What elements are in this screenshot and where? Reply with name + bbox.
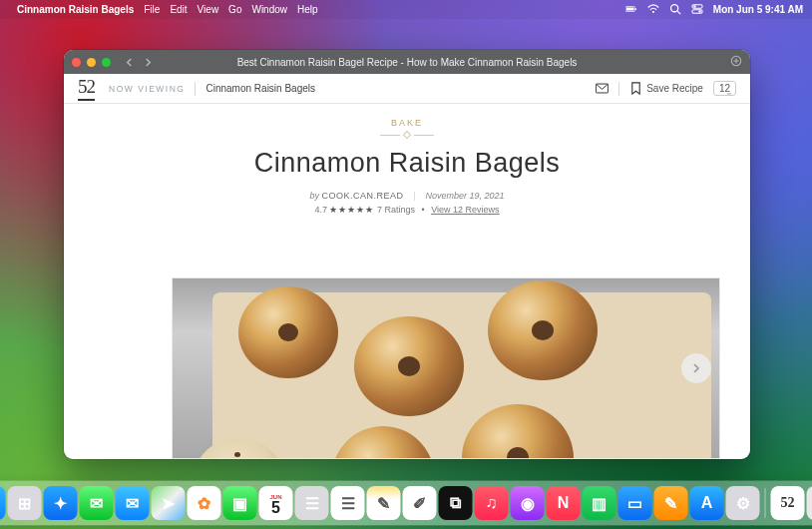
category-decoration: [64, 132, 750, 138]
svg-point-4: [670, 4, 677, 11]
chevron-right-icon: [691, 363, 701, 373]
menu-help[interactable]: Help: [297, 4, 318, 15]
titlebar: Best Cinnamon Raisin Bagel Recipe - How …: [64, 50, 750, 74]
notes-icon[interactable]: ✎: [367, 486, 401, 520]
header-divider: [618, 82, 619, 96]
trash-icon[interactable]: 🗑: [807, 486, 813, 520]
svg-point-9: [698, 10, 700, 12]
save-recipe-label: Save Recipe: [646, 83, 703, 94]
menu-window[interactable]: Window: [251, 4, 287, 15]
traffic-lights: [72, 58, 111, 67]
tv-icon[interactable]: ⧉: [439, 486, 473, 520]
menubar-app-name[interactable]: Cinnamon Raisin Bagels: [17, 4, 134, 15]
article-date: November 19, 2021: [426, 191, 505, 201]
comment-count[interactable]: 12: [713, 81, 736, 96]
podcasts-icon[interactable]: ◉: [511, 486, 545, 520]
maps-icon[interactable]: ➤: [152, 486, 186, 520]
wifi-icon[interactable]: [647, 3, 659, 17]
menubar-clock[interactable]: Mon Jun 5 9:41 AM: [713, 4, 803, 15]
numbers-icon[interactable]: ▥: [583, 486, 616, 520]
search-icon[interactable]: [669, 3, 681, 17]
hero-image: [172, 277, 720, 459]
by-label: by: [309, 191, 319, 201]
header-divider: [195, 82, 196, 96]
article: BAKE Cinnamon Raisin Bagels by COOK.CAN.…: [64, 104, 750, 459]
next-image-button[interactable]: [681, 353, 711, 383]
view-reviews-link[interactable]: View 12 Reviews: [431, 205, 499, 215]
finder-icon[interactable]: ☺: [0, 486, 6, 520]
rating-value: 4.7: [314, 205, 327, 215]
menu-file[interactable]: File: [144, 4, 160, 15]
bookmark-icon: [629, 82, 642, 95]
rating-bar: 4.7 ★★★★★ 7 Ratings • View 12 Reviews: [64, 205, 750, 215]
reminders-icon[interactable]: ☰: [331, 486, 365, 520]
menu-go[interactable]: Go: [228, 4, 241, 15]
window-title: Best Cinnamon Raisin Bagel Recipe - How …: [64, 57, 750, 68]
zoom-button[interactable]: [102, 58, 111, 67]
svg-point-3: [652, 10, 654, 12]
freeform-icon[interactable]: ✐: [403, 486, 437, 520]
news-icon[interactable]: N: [547, 486, 581, 520]
share-icon[interactable]: [730, 53, 742, 71]
mail-icon[interactable]: ✉: [116, 486, 150, 520]
minimize-button[interactable]: [87, 58, 96, 67]
article-title: Cinnamon Raisin Bagels: [64, 148, 750, 179]
back-button[interactable]: [125, 53, 134, 71]
facetime-icon[interactable]: ▣: [223, 486, 257, 520]
food52-icon[interactable]: 52: [771, 486, 805, 520]
save-recipe-button[interactable]: Save Recipe: [629, 82, 703, 95]
site-header-bar: 52 NOW VIEWING Cinnamon Raisin Bagels Sa…: [64, 74, 750, 104]
close-button[interactable]: [72, 58, 81, 67]
pages-icon[interactable]: ✎: [654, 486, 688, 520]
menubar: Cinnamon Raisin Bagels File Edit View Go…: [0, 0, 812, 19]
messages-icon[interactable]: ✉: [80, 486, 114, 520]
keynote-icon[interactable]: ▭: [618, 486, 652, 520]
dock: ☺⊞✦✉✉➤✿▣JUN5☰☰✎✐⧉♫◉N▥▭✎A⚙52🗑: [0, 481, 812, 525]
author-link[interactable]: COOK.CAN.READ: [321, 191, 403, 201]
settings-icon[interactable]: ⚙: [726, 486, 760, 520]
star-icons: ★★★★★: [329, 205, 374, 215]
ratings-count: 7 Ratings: [377, 205, 415, 215]
safari-icon[interactable]: ✦: [44, 486, 78, 520]
music-icon[interactable]: ♫: [475, 486, 509, 520]
menu-edit[interactable]: Edit: [170, 4, 187, 15]
calendar-icon[interactable]: JUN5: [259, 486, 293, 520]
breadcrumb[interactable]: Cinnamon Raisin Bagels: [205, 83, 315, 94]
svg-rect-2: [635, 8, 636, 10]
email-icon[interactable]: [596, 82, 609, 95]
app-window: Best Cinnamon Raisin Bagel Recipe - How …: [64, 50, 750, 459]
svg-rect-1: [626, 7, 634, 10]
photos-icon[interactable]: ✿: [188, 486, 221, 520]
article-category[interactable]: BAKE: [64, 118, 750, 128]
site-logo[interactable]: 52: [78, 76, 95, 101]
forward-button[interactable]: [144, 53, 153, 71]
contacts-icon[interactable]: ☰: [295, 486, 329, 520]
svg-line-5: [677, 11, 680, 14]
launchpad-icon[interactable]: ⊞: [8, 486, 42, 520]
appstore-icon[interactable]: A: [690, 486, 724, 520]
byline: by COOK.CAN.READ November 19, 2021: [64, 191, 750, 201]
menu-view[interactable]: View: [198, 4, 219, 15]
control-center-icon[interactable]: [691, 3, 703, 17]
now-viewing-label: NOW VIEWING: [109, 84, 185, 94]
svg-point-8: [693, 5, 695, 7]
battery-icon[interactable]: [625, 3, 637, 17]
